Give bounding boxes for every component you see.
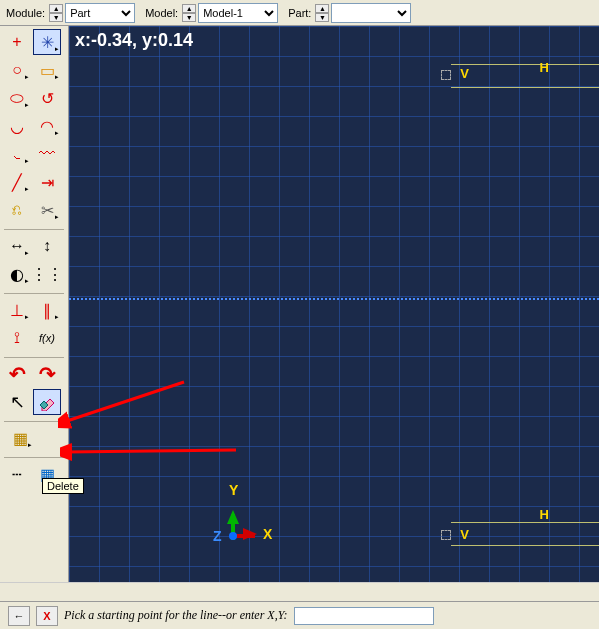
parameter-tool[interactable]: f(x) (33, 325, 61, 351)
constraint-perp-tool[interactable]: ⊥▸ (3, 297, 31, 323)
offset-tool[interactable]: ⇥ (33, 169, 61, 195)
project-edges-tool[interactable]: ⎌ (3, 197, 31, 223)
circle-center-tool[interactable]: ○▸ (3, 57, 31, 83)
model-spinner[interactable]: ▲▼ (182, 4, 196, 22)
dim-handle-lower-left[interactable] (441, 530, 451, 540)
sketch-edge-upper (451, 64, 599, 88)
module-spinner[interactable]: ▲▼ (49, 4, 63, 22)
context-toolbar: Module: ▲▼ Part Model: ▲▼ Model-1 Part: … (0, 0, 599, 26)
sketch-edge-lower (451, 522, 599, 546)
part-up[interactable]: ▲ (315, 4, 329, 13)
prompt-input[interactable] (294, 607, 434, 625)
module-up[interactable]: ▲ (49, 4, 63, 13)
dim-handle-upper-left[interactable] (441, 70, 451, 80)
model-down[interactable]: ▼ (182, 13, 196, 22)
ellipse-center-tool[interactable]: ⬭▸ (3, 85, 31, 111)
prompt-cancel-button[interactable]: X (36, 606, 58, 626)
sketch-viewport[interactable]: x:-0.34, y:0.14 V H V H Y X Z (69, 26, 599, 582)
dim-h-upper: H (540, 60, 549, 75)
spline-tool[interactable]: 〰 (33, 141, 61, 167)
model-select[interactable]: Model-1 (198, 3, 278, 23)
part-spinner[interactable]: ▲▼ (315, 4, 329, 22)
dim-v-lower: V (460, 527, 469, 542)
axis-z-label: Z (213, 528, 222, 544)
model-label: Model: (143, 7, 180, 19)
dim-radial-tool[interactable]: ◐▸ (3, 261, 31, 287)
axis-x-label: X (263, 526, 272, 542)
module-select[interactable]: Part (65, 3, 135, 23)
eraser-icon (38, 393, 56, 411)
select-tool[interactable]: ↖ (3, 389, 31, 415)
fillet-tool[interactable]: ⦦▸ (3, 141, 31, 167)
svg-rect-2 (69, 26, 599, 582)
module-label: Module: (4, 7, 47, 19)
prompt-bar: ← X Pick a starting point for the line--… (0, 601, 599, 629)
model-up[interactable]: ▲ (182, 4, 196, 13)
dim-h-lower: H (540, 507, 549, 522)
prompt-back-button[interactable]: ← (8, 606, 30, 626)
part-label: Part: (286, 7, 313, 19)
linear-pattern-tool[interactable]: ⋮⋮ (33, 261, 61, 287)
undo-button[interactable]: ↶ (3, 361, 31, 387)
arc-center-tool[interactable]: ◡ (3, 113, 31, 139)
create-point-tool[interactable]: + (3, 29, 31, 55)
connected-lines-tool[interactable]: ✳▸ (33, 29, 61, 55)
dim-v-upper: V (460, 66, 469, 81)
delete-tool[interactable] (33, 389, 61, 415)
delete-tooltip: Delete (42, 478, 84, 494)
module-down[interactable]: ▼ (49, 13, 63, 22)
cancel-x-icon: X (43, 610, 50, 622)
constraint-parallel-tool[interactable]: ∥▸ (33, 297, 61, 323)
part-down[interactable]: ▼ (315, 13, 329, 22)
trim-extend-tool[interactable]: ✂▸ (33, 197, 61, 223)
dim-vertical-tool[interactable]: ↕ (33, 233, 61, 259)
sketch-options1-tool[interactable]: ┄ (3, 461, 31, 487)
rectangle-tool[interactable]: ▭▸ (33, 57, 61, 83)
add-dim-tool[interactable]: ⟟ (3, 325, 31, 351)
redo-button[interactable]: ↷ (33, 361, 61, 387)
horizontal-dashed-axis (69, 298, 599, 300)
arc-tangent-tool[interactable]: ↺ (33, 85, 61, 111)
prompt-text: Pick a starting point for the line--or e… (64, 608, 288, 623)
construction-line-tool[interactable]: ╱▸ (3, 169, 31, 195)
axis-y-label: Y (229, 482, 238, 498)
part-select[interactable] (331, 3, 411, 23)
arc-3pt-tool[interactable]: ◠▸ (33, 113, 61, 139)
sketch-toolbox: + ✳▸ ○▸ ▭▸ ⬭▸ ↺ ◡ ◠▸ ⦦▸ 〰 ╱▸ ⇥ ⎌ ✂▸ ↔▸ (0, 26, 69, 582)
grid-lines (69, 26, 599, 582)
save-sketch-button[interactable]: ▦▸ (6, 425, 34, 451)
coordinate-readout: x:-0.34, y:0.14 (75, 30, 193, 51)
back-arrow-icon: ← (14, 610, 25, 622)
dim-horizontal-tool[interactable]: ↔▸ (3, 233, 31, 259)
